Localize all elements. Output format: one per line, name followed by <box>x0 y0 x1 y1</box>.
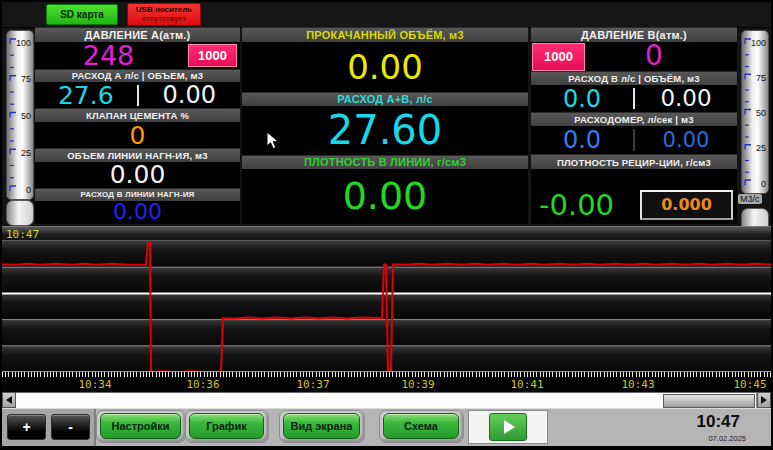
flow-b-value: 0.0 <box>563 87 601 111</box>
flowmeter-row: 0.0 0.00 <box>531 126 737 154</box>
system-date: 07.02.2025 <box>708 434 746 443</box>
pressure-b-panel: ДАВЛЕНИЕ В(атм.) 1000 0 РАСХОД В л/с | О… <box>531 27 737 224</box>
graph-button[interactable]: График <box>189 413 264 439</box>
top-status-bar: SD карта USB носитель отсутствует <box>2 2 771 28</box>
schema-button-tray: Схема <box>379 410 464 443</box>
pumped-volume-value: 0.00 <box>347 50 423 84</box>
app-background: SD карта USB носитель отсутствует 100755… <box>2 2 771 445</box>
screen-view-button[interactable]: Вид экрана <box>283 413 360 439</box>
svg-text:75: 75 <box>756 73 766 83</box>
right-gauge-tube: 1007550250 <box>741 30 769 194</box>
svg-text:0: 0 <box>26 185 31 195</box>
line-volume-row: 0.00 <box>35 162 240 188</box>
flow-a-value: 27.6 <box>58 83 114 108</box>
cement-valve-row: 0 <box>35 122 240 148</box>
left-gauge-scale: 1007550250 <box>7 31 33 199</box>
x-axis-labels: 10:3410:3610:3710:3910:4110:4310:45 <box>2 377 771 392</box>
scrollbar-thumb[interactable] <box>663 394 755 408</box>
scroll-right-icon <box>761 396 767 404</box>
pressure-a-header: ДАВЛЕНИЕ А(атм.) <box>35 27 240 42</box>
x-axis-tick-label: 10:39 <box>401 378 434 391</box>
svg-text:25: 25 <box>21 148 31 158</box>
volume-b-value: 0.00 <box>660 87 711 110</box>
svg-text:25: 25 <box>756 143 766 153</box>
svg-text:100: 100 <box>16 38 31 48</box>
cement-valve-value: 0 <box>130 123 146 148</box>
flow-b-header: РАСХОД В л/с | ОБЪЁМ, м3 <box>531 71 737 85</box>
left-gauge-tube: 1007550250 <box>6 30 34 200</box>
flowmeter-header: РАСХОДОМЕР, л/сек | м3 <box>531 112 737 126</box>
flowmeter-volume-value: 0.00 <box>663 130 710 151</box>
flow-ab-row: 27.60 <box>242 106 528 155</box>
svg-text:50: 50 <box>756 108 766 118</box>
chart-header-band: 10:47 <box>2 226 771 241</box>
svg-text:75: 75 <box>21 74 31 84</box>
start-button-panel <box>468 410 548 444</box>
svg-text:50: 50 <box>21 111 31 121</box>
left-level-gauge: 1007550250 <box>4 30 34 228</box>
x-axis-tick-label: 10:41 <box>510 378 543 391</box>
line-density-value: 0.00 <box>343 177 428 215</box>
zoom-in-button[interactable]: + <box>7 414 46 440</box>
view-button-tray: Вид экрана <box>279 410 365 443</box>
pressure-b-value: 0 <box>645 42 663 70</box>
pressure-a-panel: ДАВЛЕНИЕ А(атм.) 248 1000 РАСХОД А л/с |… <box>35 27 240 224</box>
settings-button-tray: Настройки <box>96 410 186 443</box>
recirc-density-header: ПЛОТНОСТЬ РЕЦИР-ЦИИ, г/см3 <box>531 154 737 169</box>
flow-ab-value: 27.60 <box>328 110 443 150</box>
chart-horizontal-scrollbar <box>2 392 771 408</box>
pressure-b-header: ДАВЛЕНИЕ В(атм.) <box>531 27 737 42</box>
scroll-left-icon <box>6 396 12 404</box>
scrollbar-right-button[interactable] <box>757 392 771 408</box>
graph-button-tray: График <box>185 410 269 443</box>
zoom-buttons-panel: + - <box>2 409 96 446</box>
density-setpoint-button[interactable]: 0.000 <box>640 190 733 220</box>
density-setpoint-value: 0.000 <box>661 197 712 213</box>
x-axis-tick-label: 10:37 <box>296 378 329 391</box>
recirc-density-value: -0.00 <box>539 191 614 220</box>
hmi-window: SD карта USB носитель отсутствует 100755… <box>0 0 773 450</box>
totals-panel: ПРОКАЧАННЫЙ ОБЪЁМ, м3 0.00 РАСХОД А+В, л… <box>242 27 528 224</box>
svg-text:100: 100 <box>751 38 766 48</box>
left-gauge-knob <box>6 200 34 226</box>
system-clock: 10:47 <box>697 412 740 432</box>
x-axis-tick-label: 10:45 <box>733 378 766 391</box>
pressure-a-value: 248 <box>83 42 135 69</box>
schema-button[interactable]: Схема <box>383 413 459 439</box>
pumped-volume-row: 0.00 <box>242 42 528 92</box>
play-icon <box>504 420 515 434</box>
usb-status-button[interactable]: USB носитель отсутствует <box>127 3 201 26</box>
x-axis-tick-label: 10:34 <box>78 378 111 391</box>
pressure-b-limit-button[interactable]: 1000 <box>532 43 585 71</box>
trend-plot <box>2 240 771 372</box>
flow-b-row: 0.0 0.00 <box>531 85 737 112</box>
line-flow-value: 0.00 <box>113 201 162 223</box>
sd-card-status-button[interactable]: SD карта <box>46 4 118 25</box>
scrollbar-track[interactable] <box>16 392 756 408</box>
volume-a-value: 0.00 <box>163 83 216 107</box>
svg-text:0: 0 <box>761 179 766 189</box>
flow-ab-header: РАСХОД А+В, л/с <box>242 92 528 106</box>
usb-status-line2: отсутствует <box>142 15 186 23</box>
line-density-header: ПЛОТНОСТЬ В ЛИНИИ, г/см3 <box>242 155 528 169</box>
scrollbar-left-button[interactable] <box>2 392 16 408</box>
line-density-row: 0.00 <box>242 169 528 224</box>
start-button[interactable] <box>489 413 527 441</box>
x-axis-tick-label: 10:36 <box>186 378 219 391</box>
pressure-b-row: 1000 0 <box>531 42 737 71</box>
right-gauge-unit-label: М3/с <box>738 194 762 204</box>
x-axis-tick-label: 10:43 <box>621 378 654 391</box>
flowmeter-flow-value: 0.0 <box>563 128 601 152</box>
line-volume-value: 0.00 <box>110 162 166 187</box>
pressure-a-row: 248 1000 <box>35 42 240 69</box>
pumped-volume-header: ПРОКАЧАННЫЙ ОБЪЁМ, м3 <box>242 27 528 42</box>
right-gauge-scale: 1007550250 <box>742 31 768 193</box>
line-flow-row: 0.00 <box>35 201 240 224</box>
recirc-density-row: -0.00 0.000 <box>531 169 737 224</box>
settings-button[interactable]: Настройки <box>100 413 181 439</box>
pressure-a-limit-button[interactable]: 1000 <box>188 44 237 67</box>
trend-plot-svg <box>2 241 771 372</box>
zoom-out-button[interactable]: - <box>51 414 90 440</box>
bottom-toolbar: + - Настройки График Вид экрана Схема 10… <box>2 408 771 446</box>
cement-valve-header: КЛАПАН ЦЕМЕНТА % <box>35 108 240 122</box>
